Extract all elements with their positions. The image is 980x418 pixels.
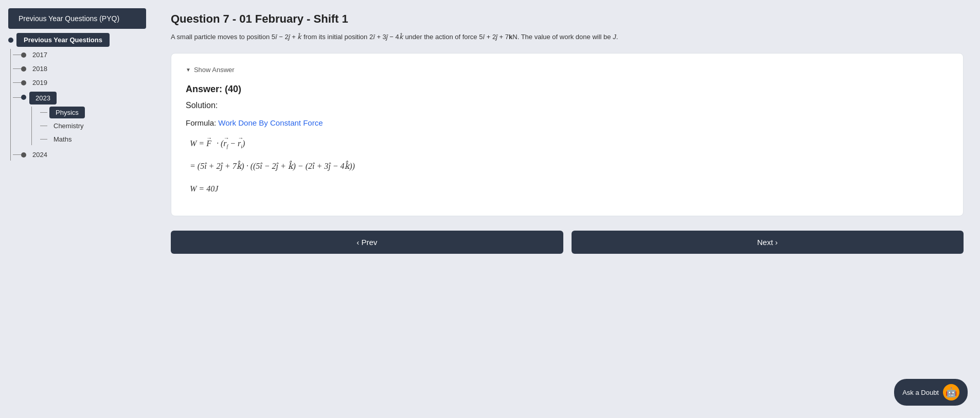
year-2018[interactable]: 2018 (29, 63, 50, 75)
show-answer-toggle[interactable]: ▼ Show Answer (186, 66, 949, 74)
math-eq-3: W = 40J (190, 181, 949, 197)
question-title: Question 7 - 01 February - Shift 1 (171, 12, 964, 26)
year-2023[interactable]: 2023 (29, 92, 57, 104)
sidebar-header[interactable]: Previous Year Questions (PYQ) (8, 8, 146, 29)
year-2024[interactable]: 2024 (29, 149, 50, 161)
math-eq-2: = (5î + 2ĵ + 7k̂) · ((5î − 2ĵ + k̂) − (2… (190, 158, 949, 175)
sidebar: Previous Year Questions (PYQ) Previous Y… (0, 0, 154, 418)
math-equations: W = F→· (r→f − r→i) = (5î + 2ĵ + 7k̂) · … (186, 135, 949, 197)
pyq-root-label[interactable]: Previous Year Questions (16, 33, 110, 47)
subject-physics[interactable]: Physics (49, 107, 85, 118)
main-content: Question 7 - 01 February - Shift 1 A sma… (154, 0, 980, 418)
toggle-triangle-icon: ▼ (186, 67, 191, 73)
next-button[interactable]: Next › (572, 231, 964, 254)
solution-heading: Solution: (186, 101, 949, 110)
math-eq-1: W = F→· (r→f − r→i) (190, 135, 949, 152)
subject-chemistry[interactable]: Chemistry (49, 120, 88, 132)
nav-buttons: ‹ Prev Next › (171, 231, 964, 254)
year-2017[interactable]: 2017 (29, 49, 50, 61)
prev-button[interactable]: ‹ Prev (171, 231, 563, 254)
subject-maths[interactable]: Maths (49, 133, 76, 145)
robot-icon: 🤖 (943, 384, 959, 400)
ask-doubt-button[interactable]: Ask a Doubt 🤖 (894, 379, 968, 406)
formula-line: Formula: Work Done By Constant Force (186, 118, 949, 127)
ask-doubt-label: Ask a Doubt (902, 389, 939, 396)
answer-heading: Answer: (40) (186, 84, 949, 95)
year-2019[interactable]: 2019 (29, 77, 50, 89)
question-text: A small particle moves to position 5î − … (171, 32, 964, 43)
formula-link[interactable]: Work Done By Constant Force (218, 118, 323, 127)
show-answer-label: Show Answer (194, 66, 235, 74)
answer-card: ▼ Show Answer Answer: (40) Solution: For… (171, 53, 964, 216)
